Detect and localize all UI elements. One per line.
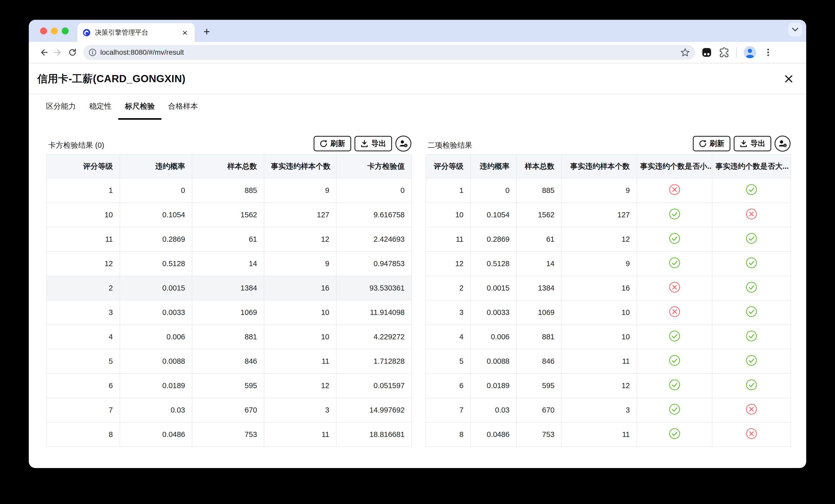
table-cell: 9 [562,251,637,276]
export-button[interactable]: 导出 [354,136,392,151]
table-row[interactable]: 80.04867531118.816681 [46,422,412,447]
panel-title: 卡方检验结果 (0) [46,140,104,151]
panel-actions: 刷新 导出 [693,135,791,151]
pass-check-icon [637,422,712,447]
table-row[interactable]: 70.03670314.997692 [46,398,412,422]
url-text[interactable]: localhost:8080/#/mv/result [100,48,680,57]
table-row[interactable]: 60.0189595120.051597 [46,374,412,398]
table-cell: 3 [426,300,470,325]
table-cell: 16 [264,276,336,300]
export-button[interactable]: 导出 [734,136,771,151]
browser-window: 决策引擎管理平台 × + [29,20,806,468]
tab-2[interactable]: 标尺检验 [118,94,161,120]
table-cell: 0.0088 [120,349,192,374]
reload-button[interactable] [65,45,80,60]
adblock-extension-icon[interactable] [701,47,712,58]
table-cell: 881 [516,325,562,349]
new-tab-button[interactable]: + [201,25,213,38]
header-cell: 违约概率 [120,154,192,178]
browser-tab[interactable]: 决策引擎管理平台 × [77,23,195,42]
table-row[interactable]: 20.0015138416 [426,276,791,300]
table-cell: 6 [426,374,470,398]
browser-menu-icon[interactable] [763,47,773,58]
table-row[interactable]: 30.003310691011.914098 [46,300,412,325]
panel-title: 二项检验结果 [426,140,472,151]
minimize-window-button[interactable] [51,27,58,35]
binomial-toolbar: 二项检验结果 刷新 [426,132,791,154]
table-row[interactable]: 1088590 [46,178,412,203]
column-settings-button[interactable] [395,135,411,151]
header-cell: 样本总数 [516,154,562,178]
table-cell: 11 [562,422,637,447]
tab-0[interactable]: 区分能力 [46,94,83,120]
refresh-button[interactable]: 刷新 [693,136,730,151]
chi-square-table: 评分等级违约概率样本总数事实违约样本个数卡方检验值1088590100.1054… [46,154,412,447]
profile-avatar[interactable] [744,46,756,59]
back-button[interactable] [37,45,51,60]
column-settings-button[interactable] [775,135,791,151]
table-cell: 11 [426,227,470,251]
table-cell: 1 [426,178,470,203]
table-cell: 10 [264,325,336,349]
export-label: 导出 [750,139,765,149]
download-icon [361,140,368,148]
pass-check-icon [712,178,791,203]
table-row[interactable]: 70.036703 [426,398,791,422]
table-row[interactable]: 50.0088846111.712828 [46,349,412,374]
tab-search-button[interactable] [788,23,802,37]
table-cell: 3 [46,300,120,325]
tab-1[interactable]: 稳定性 [83,94,118,120]
browser-toolbar: localhost:8080/#/mv/result [29,42,806,63]
table-row[interactable]: 100.10541562127 [426,203,791,227]
table-cell: 4 [426,325,470,349]
export-label: 导出 [371,139,386,149]
table-cell: 1562 [516,203,562,227]
desktop-background: 决策引擎管理平台 × + [0,0,835,504]
table-cell: 0.03 [120,398,192,422]
table-cell: 0.2869 [470,227,516,251]
table-cell: 127 [562,203,637,227]
forward-button[interactable] [51,45,65,60]
table-cell: 670 [516,398,562,422]
close-window-button[interactable] [40,27,47,35]
table-row[interactable]: 120.5128149 [426,251,791,276]
page-close-button[interactable] [783,73,794,85]
address-bar[interactable]: localhost:8080/#/mv/result [83,45,695,60]
table-row[interactable]: 60.018959512 [426,374,791,398]
tab-3[interactable]: 合格样本 [161,94,205,120]
refresh-button[interactable]: 刷新 [314,136,351,151]
table-cell: 7 [46,398,120,422]
extensions-puzzle-icon[interactable] [719,47,730,58]
table-row[interactable]: 120.51281490.947853 [46,251,412,276]
table-cell: 885 [516,178,562,203]
table-row[interactable]: 100.105415621279.616758 [46,203,412,227]
table-row[interactable]: 50.008884611 [426,349,791,374]
toolbar-right-icons [701,46,773,59]
table-row[interactable]: 108859 [426,178,791,203]
table-cell: 846 [192,349,264,374]
table-cell: 1069 [516,300,562,325]
table-cell: 11 [264,422,336,447]
table-cell: 14 [516,251,562,276]
table-row[interactable]: 110.28696112 [426,227,791,251]
zoom-window-button[interactable] [62,27,69,35]
site-info-icon[interactable] [88,48,97,57]
table-cell: 127 [264,203,336,227]
browser-tab-strip: 决策引擎管理平台 × + [29,20,806,42]
header-cell: 评分等级 [426,154,470,178]
pass-check-icon [712,325,791,349]
table-cell: 3 [264,398,336,422]
table-cell: 0.0033 [120,300,192,325]
table-row[interactable]: 110.286961122.424693 [46,227,412,251]
table-row[interactable]: 80.048675311 [426,422,791,447]
table-cell: 8 [426,422,470,447]
table-row[interactable]: 40.006881104.229272 [46,325,412,349]
table-row[interactable]: 40.00688110 [426,325,791,349]
tab-close-icon[interactable]: × [181,28,189,38]
table-cell: 0.051597 [336,374,412,398]
table-row[interactable]: 30.0033106910 [426,300,791,325]
bookmark-star-icon[interactable] [680,47,690,57]
table-row[interactable]: 20.001513841693.530361 [46,276,412,300]
table-cell: 11 [264,349,336,374]
table-cell: 753 [192,422,264,447]
